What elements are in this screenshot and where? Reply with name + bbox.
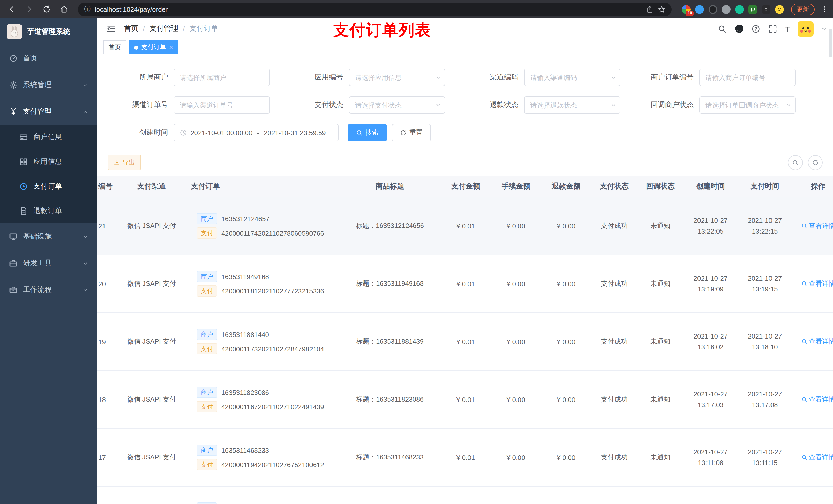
grammarly-extension-icon[interactable] <box>735 5 744 14</box>
share-icon[interactable] <box>646 5 654 13</box>
scrollbar-thumb[interactable] <box>829 29 832 57</box>
cell-created: 2021-10-27 13:11:08 <box>684 429 738 486</box>
merchant-input[interactable] <box>180 73 264 81</box>
channel-order-no-input[interactable] <box>180 101 264 109</box>
font-size-icon[interactable]: T <box>785 24 790 33</box>
home-icon[interactable] <box>57 3 71 16</box>
sidebar-item-label: 支付订单 <box>33 182 62 191</box>
browser-update-button[interactable]: 更新 <box>791 3 814 15</box>
cell-channel: 微信 JSAPI 支付 <box>113 370 191 429</box>
channel-order-no-field[interactable] <box>174 96 270 114</box>
sidebar-item-merchant-info[interactable]: 商户信息 <box>0 125 97 149</box>
refresh-icon[interactable] <box>808 155 823 170</box>
column-header: 支付订单 <box>191 176 339 197</box>
cell-id: 19 <box>97 313 113 370</box>
view-detail-link[interactable]: 查看详情 <box>801 279 833 288</box>
drop-extension-icon[interactable] <box>695 5 704 14</box>
smiley-extension-icon[interactable] <box>775 5 784 14</box>
pay-status-select[interactable] <box>349 96 445 114</box>
github-icon[interactable] <box>735 24 744 33</box>
cell-amount: ¥ 0.01 <box>441 370 491 429</box>
sidebar: 芋道管理系统 首页 系统管理 支付管理 商户信息 <box>0 19 97 504</box>
sidebar-item-devtools[interactable]: 研发工具 <box>0 250 97 277</box>
help-icon[interactable] <box>752 24 761 33</box>
extensions-icon[interactable]: 10 <box>682 5 691 14</box>
sidebar-item-app-info[interactable]: 应用信息 <box>0 149 97 174</box>
filter-group-pay-status: 支付状态 <box>283 96 458 114</box>
sidebar-item-system[interactable]: 系统管理 <box>0 72 97 98</box>
create-time-range-picker[interactable]: 2021-10-01 00:00:00 - 2021-10-31 23:59:5… <box>174 124 339 141</box>
breadcrumb-item[interactable]: 首页 <box>124 24 138 33</box>
user-avatar[interactable] <box>798 21 813 37</box>
app-input[interactable] <box>355 73 439 81</box>
tab-home[interactable]: 首页 <box>103 41 126 54</box>
chevron-down-icon <box>435 74 441 80</box>
cell-amount <box>441 486 491 504</box>
chevron-down-icon <box>82 287 88 293</box>
site-info-icon[interactable]: ⓘ <box>84 5 91 14</box>
notify-status-input[interactable] <box>706 101 789 109</box>
tab-pay-order[interactable]: 支付订单 × <box>129 41 178 54</box>
view-detail-link[interactable]: 查看详情 <box>801 221 833 231</box>
search-icon[interactable] <box>718 24 727 33</box>
gray-extension-icon[interactable] <box>722 5 731 14</box>
breadcrumb-item[interactable]: 支付管理 <box>149 24 178 33</box>
dark-extension-icon[interactable] <box>709 5 717 14</box>
notify-status-select[interactable] <box>699 96 795 114</box>
bookmark-star-icon[interactable] <box>658 5 665 13</box>
merchant-order-no-input[interactable] <box>706 73 789 81</box>
sidebar-item-workflow[interactable]: 工作流程 <box>0 277 97 303</box>
sidebar-item-infra[interactable]: 基础设施 <box>0 223 97 250</box>
chat-extension-icon[interactable] <box>748 5 757 14</box>
column-header: 支付渠道 <box>113 176 191 197</box>
logo-avatar <box>7 24 22 40</box>
merchant-tag: 商户 <box>197 445 217 456</box>
cell-action: 查看详情 <box>792 255 833 313</box>
filter-group-notify-status: 回调商户状态 <box>633 96 808 114</box>
app-logo[interactable]: 芋道管理系统 <box>0 19 97 45</box>
sidebar-item-home[interactable]: 首页 <box>0 45 97 72</box>
view-detail-link[interactable]: 查看详情 <box>801 453 833 462</box>
chevron-down-icon <box>82 234 88 239</box>
fullscreen-icon[interactable] <box>768 24 778 33</box>
pay-status-input[interactable] <box>355 101 439 109</box>
breadcrumb-separator: / <box>183 25 185 33</box>
reset-button[interactable]: 重置 <box>392 124 431 141</box>
view-detail-link[interactable]: 查看详情 <box>801 337 833 346</box>
channel-code-select[interactable] <box>524 69 620 86</box>
screen: ⓘ localhost:1024/pay/order 10 更新 芋道管理 <box>0 0 833 504</box>
sidebar-item-payment[interactable]: 支付管理 <box>0 98 97 125</box>
browser-menu-icon[interactable] <box>821 6 828 13</box>
refund-status-select[interactable] <box>524 96 620 114</box>
sidebar-item-refund-order[interactable]: 退款订单 <box>0 199 97 223</box>
toggle-search-icon[interactable] <box>788 155 803 170</box>
table-row: 18 微信 JSAPI 支付 商户 1635311823086 支付 42000… <box>97 370 833 429</box>
filter-row: 所属商户 应用编号 渠道编码 商户订单编号 <box>108 69 823 86</box>
view-detail-label: 查看详情 <box>809 279 833 288</box>
cell-amount: ¥ 0.01 <box>441 313 491 370</box>
app-select[interactable] <box>349 69 445 86</box>
search-button[interactable]: 搜索 <box>348 124 387 141</box>
cell-notify: 未通知 <box>637 255 684 313</box>
close-icon[interactable]: × <box>169 44 173 51</box>
merchant-select[interactable] <box>174 69 270 86</box>
sidebar-item-pay-order[interactable]: 支付订单 <box>0 174 97 199</box>
channel-code-input[interactable] <box>530 73 614 81</box>
reload-icon[interactable] <box>40 3 53 16</box>
filter-label: 退款状态 <box>458 100 524 110</box>
forward-icon[interactable] <box>23 3 36 16</box>
cell-action: 查看详情 <box>792 313 833 370</box>
pin-extension-icon[interactable] <box>762 5 770 14</box>
refund-status-input[interactable] <box>530 101 614 109</box>
sidebar-toggle-icon[interactable] <box>103 21 119 37</box>
address-bar[interactable]: ⓘ localhost:1024/pay/order <box>78 2 672 16</box>
view-detail-link[interactable]: 查看详情 <box>801 395 833 404</box>
avatar-caret-icon[interactable] <box>821 26 827 31</box>
export-button[interactable]: 导出 <box>108 155 141 170</box>
back-icon[interactable] <box>5 3 19 16</box>
merchant-order-no-field[interactable] <box>699 69 795 86</box>
app-title: 芋道管理系统 <box>27 27 70 37</box>
clock-icon <box>180 129 187 136</box>
url-text[interactable]: localhost:1024/pay/order <box>95 5 642 13</box>
cell-fee: ¥ 0.00 <box>491 429 541 486</box>
